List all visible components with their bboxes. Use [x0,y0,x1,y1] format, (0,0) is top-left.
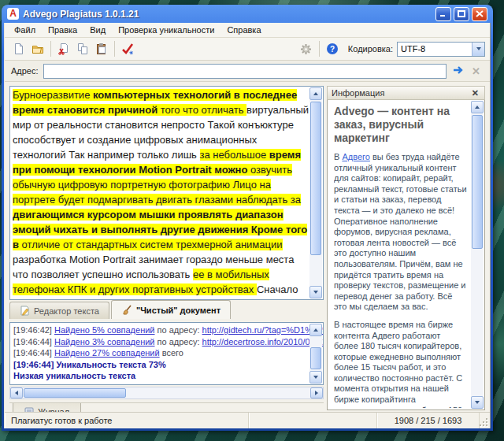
tab-clean-document[interactable]: "Чистый" документ [111,300,231,319]
paste-button[interactable] [92,39,111,58]
encoding-value: UTF-8 [401,44,425,54]
info-panel-body: Advego — контент на заказ, вирусный марк… [327,100,485,410]
log-line: [19:46:42] Найдено 5% совпадений по адре… [13,324,309,336]
info-panel: Информация ✕ Advego — контент на заказ, … [327,86,485,410]
menu-bar: Файл Правка Вид Проверка уникальности Сп… [5,23,490,38]
log-line: [19:46:44] Найдено 3% совпадений по адре… [13,336,309,348]
app-logo-icon: A [7,8,19,20]
app-window: A Advego Plagiatus 1.0.1.21 Файл Правка … [2,5,493,431]
menu-help[interactable]: Справка [220,24,267,36]
settings-gear-icon [300,43,312,55]
open-file-icon [32,43,44,55]
scrollbar-thumb[interactable] [24,388,126,398]
log-lines: [19:46:42] Найдено 5% совпадений по адре… [13,324,309,382]
address-input[interactable] [43,64,447,79]
text-editor[interactable]: Бурноеразвитие компьютерных технологий в… [9,86,324,300]
scrollbar-thumb[interactable] [310,102,321,255]
chevron-down-icon[interactable] [472,43,484,56]
toolbar-separator [114,41,115,57]
open-file-button[interactable] [28,39,47,58]
encoding-label: Кодировка: [348,44,393,54]
log-line: Низкая уникальность текста [13,370,309,382]
log-horizontal-scrollbar[interactable] [9,387,324,399]
scroll-up-arrow-icon[interactable] [471,101,484,113]
toolbar-separator [50,41,51,57]
tab-label: Редактор текста [34,306,99,316]
left-pane: Бурноеразвитие компьютерных технологий в… [9,86,324,412]
tab-label: "Чистый" документ [136,306,220,315]
info-vertical-scrollbar[interactable] [471,101,484,409]
title-bar[interactable]: A Advego Plagiatus 1.0.1.21 [4,5,491,23]
encoding-select[interactable]: UTF-8 [397,42,485,57]
scroll-right-arrow-icon[interactable] [310,387,323,398]
info-paragraph: В Адвего вы без труда найдёте отличный у… [334,152,467,313]
status-spacer [249,413,377,428]
new-document-button[interactable] [9,39,28,58]
scroll-up-arrow-icon[interactable] [309,324,322,336]
link[interactable]: http://gidtech.ru/?tag=%D1%84%D0%B [202,325,324,335]
close-icon[interactable]: ✕ [470,88,480,98]
desktop-wallpaper: A Advego Plagiatus 1.0.1.21 Файл Правка … [0,0,504,441]
tab-text-editor[interactable]: Редактор текста [9,302,109,319]
scroll-down-arrow-icon[interactable] [471,396,484,409]
link[interactable]: Найдено 3% совпадений [54,337,155,346]
minimize-button[interactable] [435,7,451,21]
cut-button[interactable] [54,39,73,58]
toolbar-separator [319,41,320,57]
link[interactable]: Адвего [342,152,369,161]
settings-button[interactable] [297,39,316,58]
edit-page-icon [20,306,30,316]
help-icon: ? [326,43,339,55]
log-line: [19:46:44] Уникальность текста 73% [13,359,309,371]
broom-icon [121,305,132,315]
info-content: Advego — контент на заказ, вирусный марк… [334,105,467,408]
menu-file[interactable]: Файл [8,24,42,36]
scroll-up-arrow-icon[interactable] [309,87,322,100]
paste-icon [95,43,108,55]
main-area: Бурноеразвитие компьютерных технологий в… [5,83,490,412]
status-bar: Плагиатус готов к работе 1908 / 215 / 16… [5,412,490,428]
info-paragraph: В настоящее время на бирже контента Адве… [334,320,467,408]
address-bar: Адрес: ✕ [5,61,490,82]
check-uniqueness-button[interactable] [118,39,137,58]
scroll-down-arrow-icon[interactable] [309,371,322,384]
menu-view[interactable]: Вид [83,24,112,36]
toolbar: ? Кодировка: UTF-8 [5,38,490,61]
arrow-right-icon [453,65,465,75]
address-label: Адрес: [11,66,39,76]
log-line: [19:46:44] Найдено 27% совпадений всего [13,347,309,359]
log-vertical-scrollbar[interactable] [309,324,322,384]
menu-edit[interactable]: Правка [42,24,83,36]
scroll-left-arrow-icon[interactable] [10,387,23,398]
menu-check-uniqueness[interactable]: Проверка уникальности [112,24,220,36]
help-button[interactable]: ? [323,39,342,58]
status-message: Плагиатус готов к работе [5,413,249,428]
clear-address-button[interactable]: ✕ [469,65,484,77]
close-button[interactable] [472,7,487,21]
cut-icon [57,43,70,55]
new-document-icon [13,43,25,55]
editor-text[interactable]: Бурноеразвитие компьютерных технологий в… [13,87,309,298]
log-panel[interactable]: [19:46:42] Найдено 5% совпадений по адре… [9,322,324,385]
copy-button[interactable] [73,39,92,58]
go-arrow-button[interactable] [453,64,465,78]
scrollbar-thumb[interactable] [310,347,321,369]
window-title: Advego Plagiatus 1.0.1.21 [23,9,433,20]
editor-tabs: Редактор текста "Чистый" документ [9,300,324,319]
svg-text:?: ? [330,45,335,54]
status-counters: 1908 / 215 / 1693 [377,413,480,428]
link[interactable]: Найдено 5% совпадений [54,325,155,335]
check-uniqueness-icon [121,43,134,55]
info-heading: Advego — контент на заказ, вирусный марк… [334,105,467,145]
scroll-down-arrow-icon[interactable] [309,286,322,298]
editor-vertical-scrollbar[interactable] [309,87,322,298]
link[interactable]: Найдено 27% совпадений [54,348,160,358]
link[interactable]: http://decertrose.info/2010/03/21/p [202,337,324,346]
copy-icon [76,43,89,55]
resize-grip[interactable] [480,413,490,428]
info-panel-title: Информация [332,88,384,98]
info-panel-header: Информация ✕ [327,86,485,100]
maximize-button[interactable] [454,7,469,21]
scrollbar-thumb[interactable] [472,115,483,249]
